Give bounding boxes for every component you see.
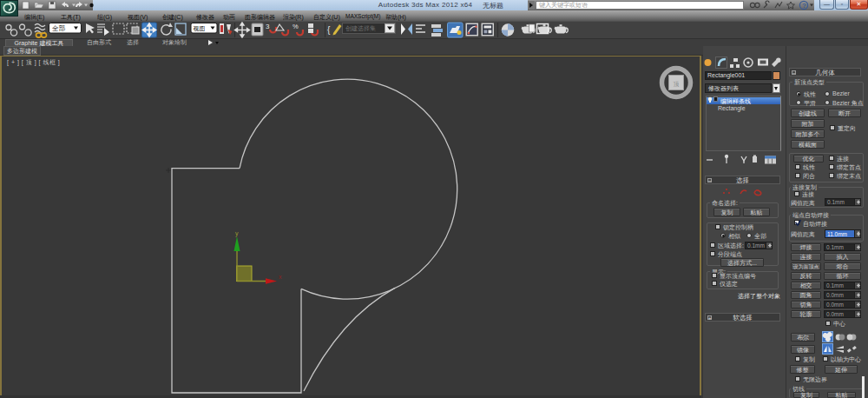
svg-text:y: y	[235, 230, 239, 237]
svg-text:x: x	[279, 274, 282, 280]
svg-text:顶: 顶	[674, 81, 680, 88]
